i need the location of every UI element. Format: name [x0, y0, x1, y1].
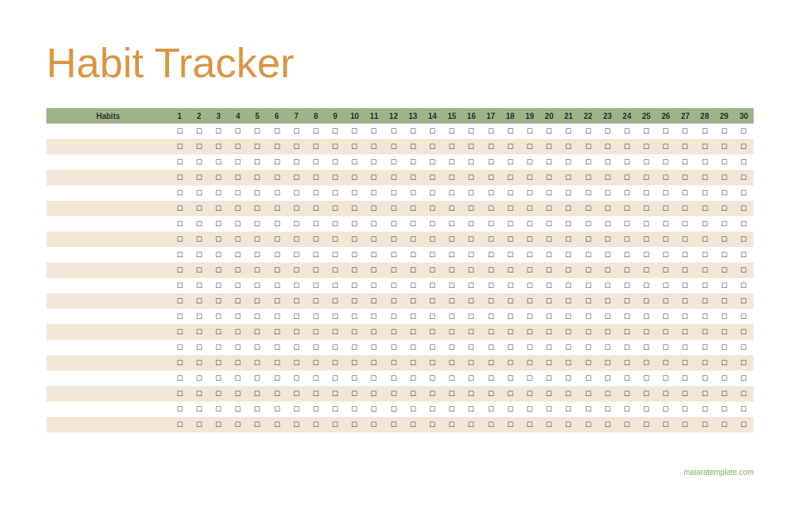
habit-checkbox[interactable]: ☐	[345, 371, 364, 386]
habit-checkbox[interactable]: ☐	[229, 232, 248, 247]
habit-checkbox[interactable]: ☐	[598, 232, 617, 247]
habit-checkbox[interactable]: ☐	[656, 232, 676, 247]
habit-checkbox[interactable]: ☐	[364, 263, 384, 278]
habit-checkbox[interactable]: ☐	[208, 386, 228, 402]
habit-checkbox[interactable]: ☐	[422, 170, 442, 185]
habit-checkbox[interactable]: ☐	[345, 201, 364, 216]
habit-checkbox[interactable]: ☐	[734, 170, 754, 185]
habit-checkbox[interactable]: ☐	[170, 154, 189, 170]
habit-checkbox[interactable]: ☐	[229, 154, 248, 170]
habit-checkbox[interactable]: ☐	[326, 386, 345, 402]
habit-checkbox[interactable]: ☐	[462, 154, 481, 170]
habit-checkbox[interactable]: ☐	[578, 232, 598, 247]
habit-checkbox[interactable]: ☐	[500, 124, 520, 139]
habit-checkbox[interactable]: ☐	[364, 324, 384, 340]
habit-checkbox[interactable]: ☐	[286, 402, 306, 417]
habit-checkbox[interactable]: ☐	[208, 293, 228, 309]
habit-checkbox[interactable]: ☐	[170, 232, 189, 247]
habit-name-cell[interactable]	[46, 340, 170, 355]
habit-checkbox[interactable]: ☐	[229, 386, 248, 402]
habit-checkbox[interactable]: ☐	[189, 417, 208, 432]
habit-checkbox[interactable]: ☐	[229, 124, 248, 139]
habit-checkbox[interactable]: ☐	[676, 324, 695, 340]
habit-name-cell[interactable]	[46, 216, 170, 232]
habit-checkbox[interactable]: ☐	[637, 263, 656, 278]
habit-checkbox[interactable]: ☐	[656, 402, 676, 417]
habit-checkbox[interactable]: ☐	[481, 278, 500, 293]
habit-checkbox[interactable]: ☐	[248, 417, 267, 432]
habit-checkbox[interactable]: ☐	[422, 402, 442, 417]
habit-checkbox[interactable]: ☐	[345, 216, 364, 232]
habit-checkbox[interactable]: ☐	[481, 417, 500, 432]
habit-checkbox[interactable]: ☐	[229, 324, 248, 340]
habit-name-cell[interactable]	[46, 309, 170, 324]
habit-checkbox[interactable]: ☐	[559, 247, 578, 263]
habit-checkbox[interactable]: ☐	[695, 293, 714, 309]
habit-checkbox[interactable]: ☐	[306, 247, 325, 263]
habit-checkbox[interactable]: ☐	[637, 355, 656, 371]
habit-checkbox[interactable]: ☐	[578, 293, 598, 309]
habit-checkbox[interactable]: ☐	[442, 263, 462, 278]
habit-checkbox[interactable]: ☐	[656, 340, 676, 355]
habit-checkbox[interactable]: ☐	[267, 293, 286, 309]
habit-checkbox[interactable]: ☐	[208, 355, 228, 371]
habit-checkbox[interactable]: ☐	[306, 278, 325, 293]
habit-checkbox[interactable]: ☐	[384, 340, 403, 355]
habit-checkbox[interactable]: ☐	[326, 340, 345, 355]
habit-checkbox[interactable]: ☐	[578, 309, 598, 324]
habit-checkbox[interactable]: ☐	[462, 124, 481, 139]
habit-checkbox[interactable]: ☐	[500, 185, 520, 201]
habit-checkbox[interactable]: ☐	[403, 402, 422, 417]
habit-checkbox[interactable]: ☐	[734, 386, 754, 402]
habit-checkbox[interactable]: ☐	[540, 216, 559, 232]
habit-checkbox[interactable]: ☐	[403, 340, 422, 355]
habit-checkbox[interactable]: ☐	[598, 278, 617, 293]
habit-checkbox[interactable]: ☐	[676, 278, 695, 293]
habit-checkbox[interactable]: ☐	[384, 185, 403, 201]
habit-checkbox[interactable]: ☐	[714, 232, 734, 247]
habit-checkbox[interactable]: ☐	[481, 324, 500, 340]
habit-checkbox[interactable]: ☐	[189, 309, 208, 324]
habit-checkbox[interactable]: ☐	[676, 309, 695, 324]
habit-checkbox[interactable]: ☐	[306, 355, 325, 371]
habit-checkbox[interactable]: ☐	[248, 371, 267, 386]
habit-checkbox[interactable]: ☐	[598, 154, 617, 170]
habit-checkbox[interactable]: ☐	[248, 232, 267, 247]
habit-checkbox[interactable]: ☐	[189, 216, 208, 232]
habit-checkbox[interactable]: ☐	[306, 324, 325, 340]
habit-checkbox[interactable]: ☐	[208, 263, 228, 278]
habit-checkbox[interactable]: ☐	[267, 340, 286, 355]
habit-checkbox[interactable]: ☐	[637, 402, 656, 417]
habit-checkbox[interactable]: ☐	[540, 185, 559, 201]
habit-checkbox[interactable]: ☐	[695, 402, 714, 417]
habit-checkbox[interactable]: ☐	[500, 293, 520, 309]
habit-checkbox[interactable]: ☐	[306, 170, 325, 185]
habit-checkbox[interactable]: ☐	[500, 402, 520, 417]
habit-checkbox[interactable]: ☐	[559, 232, 578, 247]
habit-checkbox[interactable]: ☐	[540, 124, 559, 139]
habit-checkbox[interactable]: ☐	[695, 355, 714, 371]
habit-checkbox[interactable]: ☐	[578, 355, 598, 371]
habit-checkbox[interactable]: ☐	[617, 371, 636, 386]
habit-checkbox[interactable]: ☐	[462, 263, 481, 278]
habit-checkbox[interactable]: ☐	[656, 124, 676, 139]
habit-checkbox[interactable]: ☐	[170, 124, 189, 139]
habit-checkbox[interactable]: ☐	[617, 402, 636, 417]
habit-checkbox[interactable]: ☐	[229, 216, 248, 232]
habit-checkbox[interactable]: ☐	[540, 340, 559, 355]
habit-checkbox[interactable]: ☐	[656, 355, 676, 371]
habit-checkbox[interactable]: ☐	[345, 278, 364, 293]
habit-checkbox[interactable]: ☐	[578, 386, 598, 402]
habit-checkbox[interactable]: ☐	[520, 309, 539, 324]
habit-checkbox[interactable]: ☐	[734, 309, 754, 324]
habit-checkbox[interactable]: ☐	[617, 170, 636, 185]
habit-checkbox[interactable]: ☐	[481, 232, 500, 247]
habit-checkbox[interactable]: ☐	[286, 293, 306, 309]
habit-checkbox[interactable]: ☐	[617, 417, 636, 432]
habit-checkbox[interactable]: ☐	[714, 170, 734, 185]
habit-checkbox[interactable]: ☐	[345, 309, 364, 324]
habit-checkbox[interactable]: ☐	[734, 355, 754, 371]
habit-checkbox[interactable]: ☐	[364, 170, 384, 185]
habit-checkbox[interactable]: ☐	[714, 139, 734, 154]
habit-checkbox[interactable]: ☐	[422, 247, 442, 263]
